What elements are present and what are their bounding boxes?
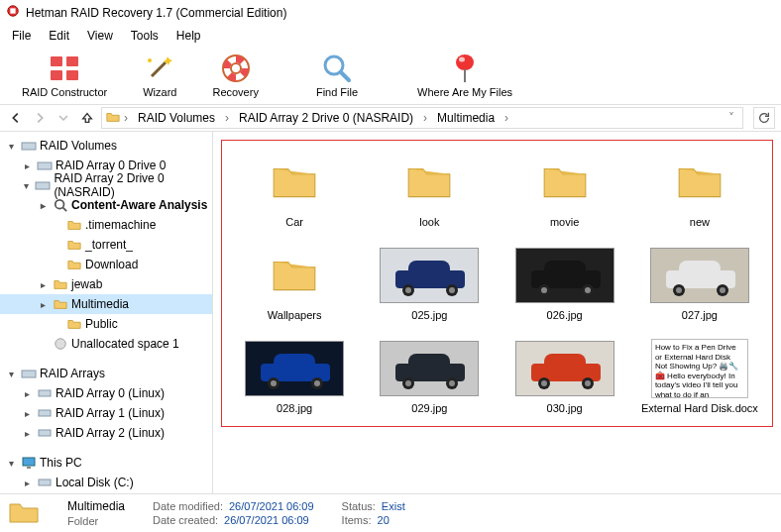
file-item[interactable]: Car bbox=[230, 153, 359, 228]
svg-rect-4 bbox=[51, 70, 62, 80]
raids-icon bbox=[49, 53, 80, 84]
tree-jewab[interactable]: ▸ jewab bbox=[0, 274, 212, 294]
file-item[interactable]: new bbox=[635, 153, 764, 228]
bc-raid-volumes[interactable]: RAID Volumes bbox=[132, 111, 221, 125]
menu-help[interactable]: Help bbox=[168, 27, 209, 45]
statusbar: Multimedia Folder Date modified:26/07/20… bbox=[0, 493, 781, 532]
file-item[interactable]: 028.jpg bbox=[230, 339, 359, 414]
raid-constructor-button[interactable]: RAID Constructor bbox=[4, 51, 125, 100]
twisty-closed-icon[interactable]: ▸ bbox=[36, 279, 50, 290]
recovery-button[interactable]: Recovery bbox=[194, 51, 276, 100]
chevron-right-icon: › bbox=[223, 111, 231, 125]
tree-arr1[interactable]: ▸ RAID Array 1 (Linux) bbox=[0, 403, 212, 423]
tree-multimedia[interactable]: ▸ Multimedia bbox=[0, 294, 212, 314]
svg-line-11 bbox=[341, 72, 349, 80]
tree-unallocated[interactable]: ▸ Unallocated space 1 bbox=[0, 334, 212, 354]
svg-rect-25 bbox=[23, 458, 35, 466]
twisty-open-icon[interactable]: ▾ bbox=[20, 180, 32, 191]
tree-raid-volumes[interactable]: ▾ RAID Volumes bbox=[0, 136, 212, 156]
tree-label: _torrent_ bbox=[85, 238, 133, 252]
tree-label: RAID Array 0 (Linux) bbox=[56, 386, 165, 400]
file-item[interactable]: 025.jpg bbox=[365, 246, 494, 321]
tb-label: RAID Constructor bbox=[22, 86, 107, 98]
twisty-closed-icon[interactable]: ▸ bbox=[20, 388, 34, 399]
file-item[interactable]: 026.jpg bbox=[501, 246, 629, 321]
twisty-closed-icon[interactable]: ▸ bbox=[20, 160, 34, 171]
svg-rect-27 bbox=[39, 479, 51, 485]
file-item[interactable]: How to Fix a Pen Drive or External Hard … bbox=[635, 339, 764, 414]
tree-local-c[interactable]: ▸ Local Disk (C:) bbox=[0, 473, 212, 492]
bc-multimedia[interactable]: Multimedia bbox=[431, 111, 501, 125]
twisty-closed-icon[interactable]: ▸ bbox=[36, 200, 50, 211]
twisty-open-icon[interactable]: ▾ bbox=[4, 458, 18, 469]
pin-icon bbox=[449, 53, 481, 84]
folder-icon bbox=[245, 246, 344, 305]
menu-file[interactable]: File bbox=[4, 27, 39, 45]
tree-this-pc[interactable]: ▾ This PC bbox=[0, 453, 212, 473]
drive-icon bbox=[21, 138, 37, 154]
twisty-open-icon[interactable]: ▾ bbox=[4, 369, 18, 379]
file-item[interactable]: look bbox=[365, 153, 494, 228]
twisty-closed-icon[interactable]: ▸ bbox=[36, 299, 50, 310]
content-pane[interactable]: CarlookmovienewWallpapers025.jpg026.jpg0… bbox=[213, 132, 781, 493]
breadcrumb[interactable]: › RAID Volumes › RAID Array 2 Drive 0 (N… bbox=[101, 107, 743, 129]
tree-local-d[interactable]: ▸ Local Disk (D:) bbox=[0, 492, 212, 493]
tree-download[interactable]: ▸ Download bbox=[0, 255, 212, 274]
drive-icon bbox=[37, 425, 53, 441]
tb-label: Wizard bbox=[143, 86, 176, 98]
tree-label: This PC bbox=[40, 456, 82, 470]
folder-icon bbox=[380, 153, 479, 212]
svg-rect-3 bbox=[66, 56, 78, 66]
folder-icon bbox=[53, 276, 68, 292]
item-label: new bbox=[690, 216, 710, 228]
menu-edit[interactable]: Edit bbox=[41, 27, 77, 45]
where-files-button[interactable]: Where Are My Files bbox=[399, 51, 530, 100]
twisty-closed-icon[interactable]: ▸ bbox=[20, 408, 34, 419]
tree-timemachine[interactable]: ▸ .timemachine bbox=[0, 215, 212, 235]
wand-icon bbox=[144, 53, 175, 84]
chevron-right-icon: › bbox=[421, 111, 429, 125]
svg-rect-16 bbox=[38, 162, 52, 169]
file-item[interactable]: 027.jpg bbox=[635, 246, 764, 321]
sidebar-tree[interactable]: ▾ RAID Volumes ▸ RAID Array 0 Drive 0 ▾ … bbox=[0, 132, 213, 493]
find-file-button[interactable]: Find File bbox=[298, 51, 376, 100]
file-item[interactable]: movie bbox=[501, 153, 629, 228]
twisty-closed-icon[interactable]: ▸ bbox=[20, 478, 34, 488]
item-label: 028.jpg bbox=[277, 402, 312, 414]
tree-arr2[interactable]: ▸ RAID Array 2 (Linux) bbox=[0, 423, 212, 443]
item-label: look bbox=[419, 216, 439, 228]
file-item[interactable]: Wallpapers bbox=[230, 246, 359, 321]
nav-forward-button[interactable] bbox=[30, 108, 50, 128]
chevron-down-icon[interactable]: ˅ bbox=[725, 111, 738, 125]
file-item[interactable]: 029.jpg bbox=[365, 339, 494, 414]
tree-public[interactable]: ▸ Public bbox=[0, 314, 212, 334]
toolbar: RAID Constructor Wizard Recovery Find Fi… bbox=[0, 47, 781, 105]
tree-label: RAID Array 2 Drive 0 (NASRAID) bbox=[54, 171, 208, 199]
nav-back-button[interactable] bbox=[6, 108, 26, 128]
status-name: Multimedia bbox=[67, 499, 125, 513]
wizard-button[interactable]: Wizard bbox=[125, 51, 194, 100]
folder-icon bbox=[53, 296, 68, 312]
twisty-closed-icon[interactable]: ▸ bbox=[20, 428, 34, 439]
menu-tools[interactable]: Tools bbox=[123, 27, 167, 45]
val-items: 20 bbox=[378, 514, 390, 526]
tree-label: RAID Arrays bbox=[40, 367, 105, 380]
magnifier-icon bbox=[53, 197, 68, 213]
refresh-button[interactable] bbox=[753, 107, 775, 129]
tree-raid-arrays[interactable]: ▾ RAID Arrays bbox=[0, 364, 212, 383]
svg-rect-1 bbox=[10, 8, 15, 13]
tree-torrent[interactable]: ▸ _torrent_ bbox=[0, 235, 212, 255]
drive-icon bbox=[35, 177, 51, 193]
menu-view[interactable]: View bbox=[79, 27, 121, 45]
svg-rect-5 bbox=[66, 70, 78, 80]
lbl-date-created: Date created: bbox=[153, 514, 218, 526]
nav-history-button[interactable] bbox=[54, 108, 73, 128]
bc-array[interactable]: RAID Array 2 Drive 0 (NASRAID) bbox=[233, 111, 419, 125]
item-label: 025.jpg bbox=[411, 309, 447, 321]
tree-content-aware[interactable]: ▸ Content-Aware Analysis bbox=[0, 195, 212, 215]
tree-array2d0[interactable]: ▾ RAID Array 2 Drive 0 (NASRAID) bbox=[0, 175, 212, 195]
twisty-open-icon[interactable]: ▾ bbox=[4, 141, 18, 152]
file-item[interactable]: 030.jpg bbox=[501, 339, 629, 414]
nav-up-button[interactable] bbox=[77, 108, 97, 128]
tree-arr0[interactable]: ▸ RAID Array 0 (Linux) bbox=[0, 383, 212, 403]
